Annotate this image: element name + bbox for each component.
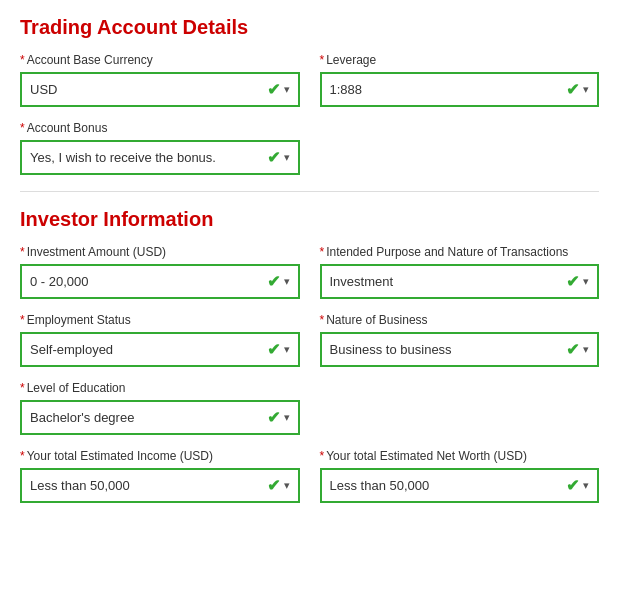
- total-estimated-income-value: Less than 50,000: [30, 478, 261, 493]
- chevron-down-icon: ▾: [284, 411, 290, 424]
- account-base-currency-label: *Account Base Currency: [20, 53, 300, 67]
- chevron-down-icon: ▾: [284, 151, 290, 164]
- level-of-education-icons: ✔ ▾: [267, 408, 290, 427]
- level-of-education-select[interactable]: Bachelor's degree ✔ ▾: [20, 400, 300, 435]
- intended-purpose-value: Investment: [330, 274, 561, 289]
- required-star: *: [320, 449, 325, 463]
- chevron-down-icon: ▾: [284, 83, 290, 96]
- investment-amount-icons: ✔ ▾: [267, 272, 290, 291]
- intended-purpose-icons: ✔ ▾: [566, 272, 589, 291]
- nature-of-business-group: *Nature of Business Business to business…: [320, 313, 600, 367]
- check-icon: ✔: [267, 148, 280, 167]
- trading-account-section: Trading Account Details *Account Base Cu…: [20, 16, 599, 175]
- check-icon: ✔: [267, 408, 280, 427]
- section-divider: [20, 191, 599, 192]
- account-bonus-label: *Account Bonus: [20, 121, 300, 135]
- nature-of-business-select[interactable]: Business to business ✔ ▾: [320, 332, 600, 367]
- total-estimated-net-worth-label: *Your total Estimated Net Worth (USD): [320, 449, 600, 463]
- chevron-down-icon: ▾: [583, 83, 589, 96]
- total-estimated-income-select[interactable]: Less than 50,000 ✔ ▾: [20, 468, 300, 503]
- required-star: *: [20, 121, 25, 135]
- investment-amount-value: 0 - 20,000: [30, 274, 261, 289]
- chevron-down-icon: ▾: [583, 343, 589, 356]
- investment-amount-label: *Investment Amount (USD): [20, 245, 300, 259]
- check-icon: ✔: [566, 80, 579, 99]
- chevron-down-icon: ▾: [284, 275, 290, 288]
- intended-purpose-label: *Intended Purpose and Nature of Transact…: [320, 245, 600, 259]
- level-of-education-label: *Level of Education: [20, 381, 300, 395]
- account-bonus-value: Yes, I wish to receive the bonus.: [30, 150, 261, 165]
- required-star: *: [320, 245, 325, 259]
- leverage-select[interactable]: 1:888 ✔ ▾: [320, 72, 600, 107]
- employment-status-icons: ✔ ▾: [267, 340, 290, 359]
- check-icon: ✔: [566, 476, 579, 495]
- intended-purpose-select[interactable]: Investment ✔ ▾: [320, 264, 600, 299]
- check-icon: ✔: [267, 272, 280, 291]
- trading-row-1: *Account Base Currency USD ✔ ▾ *Leverage…: [20, 53, 599, 107]
- chevron-down-icon: ▾: [583, 275, 589, 288]
- trading-spacer: [320, 121, 600, 175]
- trading-account-title: Trading Account Details: [20, 16, 599, 39]
- leverage-icons: ✔ ▾: [566, 80, 589, 99]
- intended-purpose-group: *Intended Purpose and Nature of Transact…: [320, 245, 600, 299]
- leverage-value: 1:888: [330, 82, 561, 97]
- level-of-education-group: *Level of Education Bachelor's degree ✔ …: [20, 381, 300, 435]
- account-base-currency-value: USD: [30, 82, 261, 97]
- check-icon: ✔: [566, 272, 579, 291]
- check-icon: ✔: [566, 340, 579, 359]
- required-star: *: [20, 53, 25, 67]
- total-estimated-net-worth-select[interactable]: Less than 50,000 ✔ ▾: [320, 468, 600, 503]
- investor-row-1: *Investment Amount (USD) 0 - 20,000 ✔ ▾ …: [20, 245, 599, 299]
- investor-information-title: Investor Information: [20, 208, 599, 231]
- account-bonus-select[interactable]: Yes, I wish to receive the bonus. ✔ ▾: [20, 140, 300, 175]
- leverage-group: *Leverage 1:888 ✔ ▾: [320, 53, 600, 107]
- total-estimated-net-worth-value: Less than 50,000: [330, 478, 561, 493]
- total-estimated-income-group: *Your total Estimated Income (USD) Less …: [20, 449, 300, 503]
- required-star: *: [20, 245, 25, 259]
- required-star: *: [20, 381, 25, 395]
- required-star: *: [20, 449, 25, 463]
- chevron-down-icon: ▾: [284, 479, 290, 492]
- account-bonus-group: *Account Bonus Yes, I wish to receive th…: [20, 121, 300, 175]
- trading-row-2: *Account Bonus Yes, I wish to receive th…: [20, 121, 599, 175]
- leverage-label: *Leverage: [320, 53, 600, 67]
- investor-row-4: *Your total Estimated Income (USD) Less …: [20, 449, 599, 503]
- chevron-down-icon: ▾: [284, 343, 290, 356]
- total-estimated-income-icons: ✔ ▾: [267, 476, 290, 495]
- education-spacer: [320, 381, 600, 435]
- check-icon: ✔: [267, 340, 280, 359]
- total-estimated-income-label: *Your total Estimated Income (USD): [20, 449, 300, 463]
- required-star: *: [20, 313, 25, 327]
- investment-amount-select[interactable]: 0 - 20,000 ✔ ▾: [20, 264, 300, 299]
- investor-information-section: Investor Information *Investment Amount …: [20, 208, 599, 503]
- check-icon: ✔: [267, 80, 280, 99]
- nature-of-business-value: Business to business: [330, 342, 561, 357]
- investor-row-2: *Employment Status Self-employed ✔ ▾ *Na…: [20, 313, 599, 367]
- chevron-down-icon: ▾: [583, 479, 589, 492]
- investor-row-3: *Level of Education Bachelor's degree ✔ …: [20, 381, 599, 435]
- account-base-currency-icons: ✔ ▾: [267, 80, 290, 99]
- required-star: *: [320, 53, 325, 67]
- investment-amount-group: *Investment Amount (USD) 0 - 20,000 ✔ ▾: [20, 245, 300, 299]
- nature-of-business-icons: ✔ ▾: [566, 340, 589, 359]
- account-base-currency-select[interactable]: USD ✔ ▾: [20, 72, 300, 107]
- level-of-education-value: Bachelor's degree: [30, 410, 261, 425]
- employment-status-group: *Employment Status Self-employed ✔ ▾: [20, 313, 300, 367]
- total-estimated-net-worth-icons: ✔ ▾: [566, 476, 589, 495]
- account-base-currency-group: *Account Base Currency USD ✔ ▾: [20, 53, 300, 107]
- nature-of-business-label: *Nature of Business: [320, 313, 600, 327]
- required-star: *: [320, 313, 325, 327]
- total-estimated-net-worth-group: *Your total Estimated Net Worth (USD) Le…: [320, 449, 600, 503]
- employment-status-select[interactable]: Self-employed ✔ ▾: [20, 332, 300, 367]
- employment-status-label: *Employment Status: [20, 313, 300, 327]
- employment-status-value: Self-employed: [30, 342, 261, 357]
- account-bonus-icons: ✔ ▾: [267, 148, 290, 167]
- check-icon: ✔: [267, 476, 280, 495]
